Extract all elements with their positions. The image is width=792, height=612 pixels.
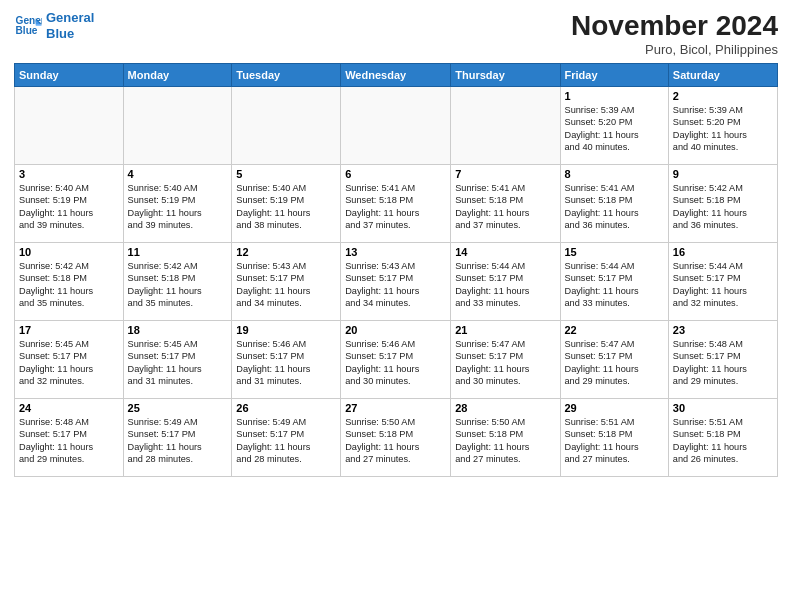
calendar-cell: 12Sunrise: 5:43 AM Sunset: 5:17 PM Dayli… bbox=[232, 243, 341, 321]
weekday-header: Sunday bbox=[15, 64, 124, 87]
day-number: 13 bbox=[345, 246, 446, 258]
weekday-header: Tuesday bbox=[232, 64, 341, 87]
day-number: 12 bbox=[236, 246, 336, 258]
calendar-cell: 20Sunrise: 5:46 AM Sunset: 5:17 PM Dayli… bbox=[341, 321, 451, 399]
day-number: 18 bbox=[128, 324, 228, 336]
calendar-cell: 1Sunrise: 5:39 AM Sunset: 5:20 PM Daylig… bbox=[560, 87, 668, 165]
calendar-cell: 7Sunrise: 5:41 AM Sunset: 5:18 PM Daylig… bbox=[451, 165, 560, 243]
day-number: 28 bbox=[455, 402, 555, 414]
calendar-cell bbox=[123, 87, 232, 165]
location-title: Puro, Bicol, Philippines bbox=[571, 42, 778, 57]
calendar-cell: 25Sunrise: 5:49 AM Sunset: 5:17 PM Dayli… bbox=[123, 399, 232, 477]
day-number: 26 bbox=[236, 402, 336, 414]
weekday-header: Thursday bbox=[451, 64, 560, 87]
page: General Blue General Blue November 2024 … bbox=[0, 0, 792, 612]
calendar-cell: 11Sunrise: 5:42 AM Sunset: 5:18 PM Dayli… bbox=[123, 243, 232, 321]
day-info: Sunrise: 5:41 AM Sunset: 5:18 PM Dayligh… bbox=[345, 182, 446, 232]
day-info: Sunrise: 5:45 AM Sunset: 5:17 PM Dayligh… bbox=[128, 338, 228, 388]
day-info: Sunrise: 5:42 AM Sunset: 5:18 PM Dayligh… bbox=[673, 182, 773, 232]
day-number: 8 bbox=[565, 168, 664, 180]
weekday-header: Friday bbox=[560, 64, 668, 87]
day-number: 16 bbox=[673, 246, 773, 258]
logo-line2: Blue bbox=[46, 26, 94, 42]
calendar-cell bbox=[232, 87, 341, 165]
day-info: Sunrise: 5:39 AM Sunset: 5:20 PM Dayligh… bbox=[673, 104, 773, 154]
calendar-cell: 6Sunrise: 5:41 AM Sunset: 5:18 PM Daylig… bbox=[341, 165, 451, 243]
day-number: 3 bbox=[19, 168, 119, 180]
calendar-cell: 22Sunrise: 5:47 AM Sunset: 5:17 PM Dayli… bbox=[560, 321, 668, 399]
day-info: Sunrise: 5:47 AM Sunset: 5:17 PM Dayligh… bbox=[565, 338, 664, 388]
day-number: 4 bbox=[128, 168, 228, 180]
day-number: 7 bbox=[455, 168, 555, 180]
calendar-cell: 15Sunrise: 5:44 AM Sunset: 5:17 PM Dayli… bbox=[560, 243, 668, 321]
calendar-cell: 24Sunrise: 5:48 AM Sunset: 5:17 PM Dayli… bbox=[15, 399, 124, 477]
calendar-week-row: 24Sunrise: 5:48 AM Sunset: 5:17 PM Dayli… bbox=[15, 399, 778, 477]
calendar-cell: 2Sunrise: 5:39 AM Sunset: 5:20 PM Daylig… bbox=[668, 87, 777, 165]
day-info: Sunrise: 5:41 AM Sunset: 5:18 PM Dayligh… bbox=[455, 182, 555, 232]
day-info: Sunrise: 5:39 AM Sunset: 5:20 PM Dayligh… bbox=[565, 104, 664, 154]
weekday-header: Saturday bbox=[668, 64, 777, 87]
calendar-cell: 14Sunrise: 5:44 AM Sunset: 5:17 PM Dayli… bbox=[451, 243, 560, 321]
day-info: Sunrise: 5:51 AM Sunset: 5:18 PM Dayligh… bbox=[565, 416, 664, 466]
calendar-cell: 9Sunrise: 5:42 AM Sunset: 5:18 PM Daylig… bbox=[668, 165, 777, 243]
calendar-week-row: 1Sunrise: 5:39 AM Sunset: 5:20 PM Daylig… bbox=[15, 87, 778, 165]
calendar-cell: 13Sunrise: 5:43 AM Sunset: 5:17 PM Dayli… bbox=[341, 243, 451, 321]
day-number: 21 bbox=[455, 324, 555, 336]
day-info: Sunrise: 5:48 AM Sunset: 5:17 PM Dayligh… bbox=[673, 338, 773, 388]
day-info: Sunrise: 5:44 AM Sunset: 5:17 PM Dayligh… bbox=[565, 260, 664, 310]
calendar-cell: 18Sunrise: 5:45 AM Sunset: 5:17 PM Dayli… bbox=[123, 321, 232, 399]
day-number: 14 bbox=[455, 246, 555, 258]
day-info: Sunrise: 5:50 AM Sunset: 5:18 PM Dayligh… bbox=[455, 416, 555, 466]
day-info: Sunrise: 5:44 AM Sunset: 5:17 PM Dayligh… bbox=[673, 260, 773, 310]
day-number: 19 bbox=[236, 324, 336, 336]
day-number: 29 bbox=[565, 402, 664, 414]
calendar-cell: 3Sunrise: 5:40 AM Sunset: 5:19 PM Daylig… bbox=[15, 165, 124, 243]
day-info: Sunrise: 5:42 AM Sunset: 5:18 PM Dayligh… bbox=[19, 260, 119, 310]
day-info: Sunrise: 5:43 AM Sunset: 5:17 PM Dayligh… bbox=[236, 260, 336, 310]
day-info: Sunrise: 5:45 AM Sunset: 5:17 PM Dayligh… bbox=[19, 338, 119, 388]
day-number: 17 bbox=[19, 324, 119, 336]
calendar-cell: 30Sunrise: 5:51 AM Sunset: 5:18 PM Dayli… bbox=[668, 399, 777, 477]
day-number: 11 bbox=[128, 246, 228, 258]
weekday-header: Wednesday bbox=[341, 64, 451, 87]
header: General Blue General Blue November 2024 … bbox=[14, 10, 778, 57]
calendar-cell bbox=[341, 87, 451, 165]
day-info: Sunrise: 5:43 AM Sunset: 5:17 PM Dayligh… bbox=[345, 260, 446, 310]
day-number: 22 bbox=[565, 324, 664, 336]
calendar-cell: 21Sunrise: 5:47 AM Sunset: 5:17 PM Dayli… bbox=[451, 321, 560, 399]
day-info: Sunrise: 5:48 AM Sunset: 5:17 PM Dayligh… bbox=[19, 416, 119, 466]
day-info: Sunrise: 5:49 AM Sunset: 5:17 PM Dayligh… bbox=[236, 416, 336, 466]
day-number: 15 bbox=[565, 246, 664, 258]
logo: General Blue General Blue bbox=[14, 10, 94, 41]
day-number: 25 bbox=[128, 402, 228, 414]
day-info: Sunrise: 5:42 AM Sunset: 5:18 PM Dayligh… bbox=[128, 260, 228, 310]
title-area: November 2024 Puro, Bicol, Philippines bbox=[571, 10, 778, 57]
calendar-week-row: 17Sunrise: 5:45 AM Sunset: 5:17 PM Dayli… bbox=[15, 321, 778, 399]
calendar-cell: 28Sunrise: 5:50 AM Sunset: 5:18 PM Dayli… bbox=[451, 399, 560, 477]
day-number: 27 bbox=[345, 402, 446, 414]
day-number: 24 bbox=[19, 402, 119, 414]
day-number: 6 bbox=[345, 168, 446, 180]
day-number: 30 bbox=[673, 402, 773, 414]
month-title: November 2024 bbox=[571, 10, 778, 42]
day-info: Sunrise: 5:51 AM Sunset: 5:18 PM Dayligh… bbox=[673, 416, 773, 466]
calendar-table: SundayMondayTuesdayWednesdayThursdayFrid… bbox=[14, 63, 778, 477]
calendar-cell: 8Sunrise: 5:41 AM Sunset: 5:18 PM Daylig… bbox=[560, 165, 668, 243]
day-number: 1 bbox=[565, 90, 664, 102]
day-number: 23 bbox=[673, 324, 773, 336]
calendar-cell: 29Sunrise: 5:51 AM Sunset: 5:18 PM Dayli… bbox=[560, 399, 668, 477]
calendar-cell: 10Sunrise: 5:42 AM Sunset: 5:18 PM Dayli… bbox=[15, 243, 124, 321]
day-info: Sunrise: 5:40 AM Sunset: 5:19 PM Dayligh… bbox=[236, 182, 336, 232]
calendar-week-row: 3Sunrise: 5:40 AM Sunset: 5:19 PM Daylig… bbox=[15, 165, 778, 243]
calendar-cell: 16Sunrise: 5:44 AM Sunset: 5:17 PM Dayli… bbox=[668, 243, 777, 321]
day-info: Sunrise: 5:47 AM Sunset: 5:17 PM Dayligh… bbox=[455, 338, 555, 388]
day-info: Sunrise: 5:46 AM Sunset: 5:17 PM Dayligh… bbox=[236, 338, 336, 388]
calendar-cell: 26Sunrise: 5:49 AM Sunset: 5:17 PM Dayli… bbox=[232, 399, 341, 477]
svg-text:Blue: Blue bbox=[16, 24, 38, 35]
weekday-header: Monday bbox=[123, 64, 232, 87]
day-info: Sunrise: 5:49 AM Sunset: 5:17 PM Dayligh… bbox=[128, 416, 228, 466]
logo-icon: General Blue bbox=[14, 12, 42, 40]
day-info: Sunrise: 5:41 AM Sunset: 5:18 PM Dayligh… bbox=[565, 182, 664, 232]
calendar-cell: 5Sunrise: 5:40 AM Sunset: 5:19 PM Daylig… bbox=[232, 165, 341, 243]
day-number: 2 bbox=[673, 90, 773, 102]
